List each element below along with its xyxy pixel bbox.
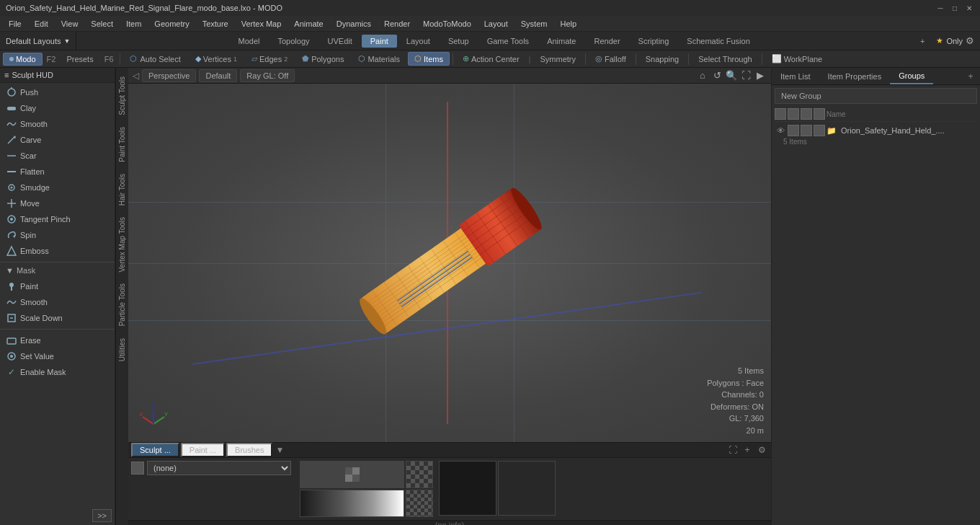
- menu-system[interactable]: System: [515, 18, 553, 30]
- presets-button[interactable]: Presets: [60, 53, 99, 66]
- symmetry-btn[interactable]: Symmetry: [533, 53, 582, 66]
- edges-btn[interactable]: ▱ Edges 2: [245, 52, 294, 66]
- tab-game-tools[interactable]: Game Tools: [478, 35, 538, 48]
- f2-label[interactable]: F2: [44, 55, 59, 63]
- menu-layout[interactable]: Layout: [478, 18, 514, 30]
- vert-tab-vertexmap[interactable]: Vertex Map Tools: [117, 211, 128, 278]
- bpanel-plus-icon[interactable]: +: [741, 444, 754, 456]
- vert-tab-sculpt[interactable]: Sculpt Tools: [117, 71, 128, 121]
- tool-scale-down[interactable]: Scale Down: [0, 310, 115, 326]
- menu-geometry[interactable]: Geometry: [148, 18, 195, 30]
- zoom-icon[interactable]: 🔍: [725, 69, 738, 82]
- tool-flatten[interactable]: Flatten: [0, 164, 115, 180]
- tab-render[interactable]: Render: [585, 35, 628, 48]
- workplane-btn[interactable]: ⬜ WorkPlane: [765, 52, 829, 66]
- bpanel-gear-icon[interactable]: ⚙: [755, 444, 768, 456]
- menu-file[interactable]: File: [3, 18, 27, 30]
- perspective-btn[interactable]: Perspective: [142, 69, 196, 82]
- header-vis-ctrl[interactable]: [814, 108, 825, 120]
- sculpt-hud[interactable]: ≡ Sculpt HUD: [0, 68, 115, 83]
- arrow-icon[interactable]: ▶: [754, 69, 767, 82]
- tool-emboss[interactable]: Emboss: [0, 243, 115, 259]
- tab-uvedit[interactable]: UVEdit: [319, 35, 361, 48]
- tab-schematic[interactable]: Schematic Fusion: [678, 35, 758, 48]
- tab-animate[interactable]: Animate: [538, 35, 584, 48]
- color-swatch[interactable]: [131, 462, 144, 475]
- tool-mask-smooth[interactable]: Smooth: [0, 294, 115, 310]
- vert-tab-particle[interactable]: Particle Tools: [117, 278, 128, 332]
- tex-cell-main[interactable]: [300, 461, 404, 488]
- minimize-button[interactable]: ─: [935, 3, 945, 13]
- tool-carve[interactable]: Carve: [0, 132, 115, 148]
- tool-move[interactable]: Move: [0, 195, 115, 211]
- auto-select-btn[interactable]: ⬡ Auto Select: [123, 52, 187, 66]
- bpanel-tab-paint[interactable]: Paint ...: [181, 443, 225, 457]
- polygons-btn[interactable]: ⬟ Polygons: [295, 52, 350, 66]
- new-group-button[interactable]: New Group: [775, 88, 977, 104]
- tool-smooth[interactable]: Smooth: [0, 116, 115, 132]
- menu-dynamics[interactable]: Dynamics: [331, 18, 377, 30]
- default-btn[interactable]: Default: [199, 69, 237, 82]
- home-icon[interactable]: ⌂: [696, 69, 709, 82]
- vert-tab-utilities[interactable]: Utilities: [117, 332, 128, 367]
- item-row-folder[interactable]: 👁 📁 Orion_Safety_Hand_Held_....: [775, 123, 977, 138]
- header-eye-ctrl[interactable]: [775, 108, 786, 120]
- tab-setup[interactable]: Setup: [440, 35, 478, 48]
- tex-cell-checker[interactable]: [406, 461, 433, 488]
- snapping-btn[interactable]: Snapping: [639, 53, 686, 66]
- tab-topology[interactable]: Topology: [269, 35, 318, 48]
- rpanel-tab-item-properties[interactable]: Item Properties: [819, 69, 891, 84]
- tool-clay[interactable]: Clay: [0, 100, 115, 116]
- tex-cell-gradient[interactable]: [300, 490, 404, 517]
- tex-cell-dark[interactable]: [406, 490, 433, 517]
- tool-enable-mask[interactable]: ✓ Enable Mask: [0, 364, 115, 380]
- sync-icon[interactable]: ↺: [710, 69, 723, 82]
- menu-texture[interactable]: Texture: [197, 18, 234, 30]
- f6-label[interactable]: F6: [102, 55, 117, 63]
- tab-model[interactable]: Model: [230, 35, 269, 48]
- menu-select[interactable]: Select: [85, 18, 119, 30]
- menu-animate[interactable]: Animate: [288, 18, 329, 30]
- menu-edit[interactable]: Edit: [29, 18, 54, 30]
- texture-select[interactable]: (none): [147, 461, 291, 475]
- menu-vertexmap[interactable]: Vertex Map: [236, 18, 288, 30]
- rpanel-add-icon[interactable]: +: [964, 70, 977, 83]
- menu-render[interactable]: Render: [378, 18, 416, 30]
- tex-large-dark1[interactable]: [439, 461, 496, 516]
- vp-nav-back[interactable]: ◁: [133, 71, 139, 81]
- tab-layout[interactable]: Layout: [398, 35, 439, 48]
- menu-modetomodo[interactable]: ModoToModo: [417, 18, 477, 30]
- item-ctrl3[interactable]: [814, 125, 825, 136]
- materials-btn[interactable]: ⬡ Materials: [352, 52, 406, 66]
- vert-tab-hair[interactable]: Hair Tools: [117, 168, 128, 211]
- select-through-btn[interactable]: Select Through: [692, 53, 758, 66]
- menu-help[interactable]: Help: [554, 18, 582, 30]
- viewport-canvas[interactable]: X Y Z 5 Items Polygons : Face Channels: …: [128, 84, 771, 442]
- vert-tab-paint[interactable]: Paint Tools: [117, 121, 128, 168]
- tool-mask-paint[interactable]: Paint: [0, 278, 115, 294]
- tool-scar[interactable]: Scar: [0, 148, 115, 164]
- mode-model[interactable]: Modo: [3, 53, 43, 66]
- tab-scripting[interactable]: Scripting: [630, 35, 678, 48]
- expand-icon[interactable]: ⛶: [739, 69, 752, 82]
- tool-tangent-pinch[interactable]: Tangent Pinch: [0, 211, 115, 227]
- bpanel-expand-icon[interactable]: ⛶: [726, 444, 739, 456]
- bpanel-tab-brushes[interactable]: Brushes: [226, 443, 272, 457]
- rpanel-tab-groups[interactable]: Groups: [890, 69, 933, 84]
- tex-large-dark2[interactable]: [498, 461, 556, 516]
- tool-smudge[interactable]: Smudge: [0, 180, 115, 195]
- more-button[interactable]: >>: [92, 509, 112, 522]
- items-btn[interactable]: ⬡ Items: [408, 52, 450, 66]
- falloff-btn[interactable]: ◎ Falloff: [589, 52, 633, 66]
- header-lock-ctrl[interactable]: [788, 108, 799, 120]
- bpanel-tab-sculpt[interactable]: Sculpt ...: [131, 443, 179, 457]
- header-check-ctrl[interactable]: [801, 108, 812, 120]
- tool-set-value[interactable]: Set Value: [0, 348, 115, 364]
- star-icon[interactable]: ★: [936, 36, 943, 45]
- item-ctrl1[interactable]: [788, 125, 799, 136]
- brushes-arrow[interactable]: ▼: [274, 445, 285, 455]
- gear-icon[interactable]: ⚙: [966, 35, 974, 46]
- tool-push[interactable]: Push: [0, 84, 115, 100]
- action-center-btn[interactable]: ⊕ Action Center: [456, 52, 526, 66]
- item-eye-icon[interactable]: 👁: [775, 125, 786, 136]
